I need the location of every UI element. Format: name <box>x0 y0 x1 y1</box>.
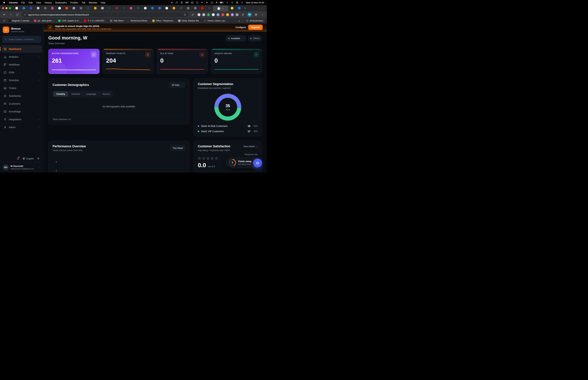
browser-tab[interactable] <box>106 5 113 11</box>
menubar-menu-item[interactable]: Window <box>89 1 97 4</box>
browser-tab[interactable] <box>113 5 120 11</box>
password-manager-icon[interactable]: A <box>216 1 217 4</box>
zoom-window-button[interactable] <box>9 7 11 9</box>
upgrade-button[interactable]: Upgrade <box>248 25 263 30</box>
extension-icon[interactable] <box>202 13 205 16</box>
tab-language[interactable]: Language <box>83 91 99 97</box>
tab-search-button[interactable] <box>258 5 265 11</box>
stat-card-pending-tickets[interactable]: PENDING TICKETS 204 <box>103 49 154 74</box>
apple-logo-icon[interactable] <box>3 1 5 4</box>
extension-icon[interactable] <box>221 13 224 16</box>
sidebar-item-knowledge[interactable]: Knowledge <box>1 108 42 115</box>
browser-tab[interactable] <box>56 5 63 11</box>
browser-tab[interactable] <box>92 5 99 11</box>
bookmark-item[interactable]: Side Menu <box>108 19 125 23</box>
browser-tab[interactable] <box>99 5 106 11</box>
browser-tab[interactable] <box>84 5 92 11</box>
browser-tab[interactable] <box>134 5 142 11</box>
browser-tab[interactable] <box>20 5 27 11</box>
extensions-puzzle-icon[interactable] <box>241 12 245 17</box>
bookmark-item[interactable]: マクロスMACROS... <box>82 19 108 23</box>
bookmark-item[interactable]: git - petit guide -... <box>33 19 56 23</box>
menubar-menu-item[interactable]: Profiles <box>70 1 78 4</box>
browser-tab[interactable] <box>49 5 56 11</box>
browser-tab[interactable] <box>177 5 184 11</box>
address-bar[interactable]: app.brevux.com/en/organization/walid-hou… <box>22 12 188 17</box>
offline-toggle[interactable]: Offline <box>248 35 262 41</box>
browser-tab[interactable] <box>156 5 163 11</box>
stat-card-active-conversations[interactable]: ACTIVE CONVERSATIONS 261 <box>48 49 99 74</box>
browser-tab[interactable] <box>228 5 235 11</box>
browser-menu-icon[interactable] <box>261 12 265 17</box>
bookmark-item[interactable]: LINE: Appels et m... <box>57 19 82 23</box>
browser-tab[interactable] <box>41 5 49 11</box>
period-dropdown[interactable]: 30 days <box>170 82 185 88</box>
bookmark-star-icon[interactable] <box>184 13 186 16</box>
close-window-button[interactable] <box>2 7 4 9</box>
tool-icon[interactable] <box>176 1 178 4</box>
browser-tab[interactable] <box>199 5 206 11</box>
keyboard-brightness-icon[interactable] <box>171 1 173 4</box>
browser-tab[interactable] <box>163 5 170 11</box>
search-input[interactable] <box>8 38 39 41</box>
url-text[interactable]: app.brevux.com/en/organization/walid-hou… <box>28 13 182 16</box>
battery-icon[interactable] <box>220 1 224 4</box>
user-menu[interactable]: WH W Housni22 walid.housni.30@gmail.com <box>0 162 43 172</box>
tab-source[interactable]: Source <box>99 91 113 97</box>
sidebar-item-schedule[interactable]: Schedule <box>1 76 42 84</box>
menubar-menu-item[interactable]: History <box>45 1 52 4</box>
play-icon[interactable] <box>206 1 208 4</box>
extension-icon[interactable] <box>217 13 219 16</box>
sidebar-item-crm[interactable]: CRM <box>1 69 42 76</box>
browser-tab-active[interactable] <box>213 6 228 11</box>
apps-grid-icon[interactable] <box>2 19 6 23</box>
spotlight-search-icon[interactable] <box>231 1 233 4</box>
browser-tab[interactable] <box>235 5 243 11</box>
menubar-menu-item[interactable]: Help <box>101 1 105 4</box>
browser-tab[interactable] <box>77 5 84 11</box>
browser-tab[interactable] <box>63 5 70 11</box>
control-center-icon[interactable] <box>236 1 238 4</box>
browser-tab[interactable] <box>191 5 199 11</box>
sidebar-item-customers[interactable]: Customers <box>1 100 42 108</box>
configure-button[interactable]: Configure <box>235 26 246 29</box>
extension-icon[interactable] <box>198 13 200 16</box>
bookmark-item[interactable]: Effect - Responsiv... <box>151 19 176 23</box>
new-tab-button[interactable] <box>243 6 248 11</box>
bookmark-item[interactable]: Magento 2 tutorial... <box>7 19 32 23</box>
availability-dropdown[interactable]: Available <box>226 35 246 41</box>
bookmark-item[interactable]: Blockhead tribute... <box>126 19 151 23</box>
tab-close-icon[interactable] <box>222 7 224 10</box>
stat-card-agents-online[interactable]: AGENTS ONLINE 0 <box>211 49 262 74</box>
extension-icon[interactable] <box>212 13 215 16</box>
sidebar-search[interactable] <box>2 36 41 42</box>
minimize-window-button[interactable] <box>5 7 7 9</box>
bookmarks-overflow-button[interactable]: » <box>238 19 241 22</box>
site-settings-icon[interactable] <box>24 13 26 16</box>
volume-icon[interactable] <box>201 1 203 4</box>
browser-profile-avatar[interactable]: W <box>247 12 252 17</box>
sidebar-item-analytics[interactable]: Analytics <box>1 53 42 60</box>
theme-toggle-icon[interactable] <box>37 157 40 160</box>
bookmark-item[interactable]: Home | Ontex Lan... <box>203 19 228 23</box>
menubar-menu-item[interactable]: Tab <box>82 1 85 4</box>
sidebar-item-integrations[interactable]: Integrations <box>1 116 42 123</box>
reload-button[interactable] <box>15 12 19 17</box>
sidebar-item-admin[interactable]: Admin <box>1 123 42 131</box>
notifications-bell-icon[interactable] <box>17 157 19 160</box>
display-icon[interactable] <box>196 1 198 4</box>
browser-tab[interactable] <box>120 5 127 11</box>
tab-channel[interactable]: Channel <box>68 91 83 97</box>
menubar-menu-item[interactable]: View <box>36 1 41 4</box>
browser-tab[interactable] <box>127 5 134 11</box>
browser-tab[interactable] <box>34 5 41 11</box>
sidebar-item-satisfaction[interactable]: Satisfaction <box>1 92 42 100</box>
menubar-menu-item[interactable]: Edit <box>29 1 33 4</box>
browser-tab[interactable] <box>149 5 156 11</box>
sidebar-item-dashboard[interactable]: Dashboard <box>1 45 42 53</box>
forward-button[interactable] <box>8 12 13 17</box>
language-selector[interactable]: English <box>22 157 34 160</box>
user-switch-icon[interactable] <box>241 1 243 4</box>
tab-country[interactable]: Country <box>53 91 68 97</box>
menubar-app-name[interactable]: Chrome <box>9 1 18 4</box>
